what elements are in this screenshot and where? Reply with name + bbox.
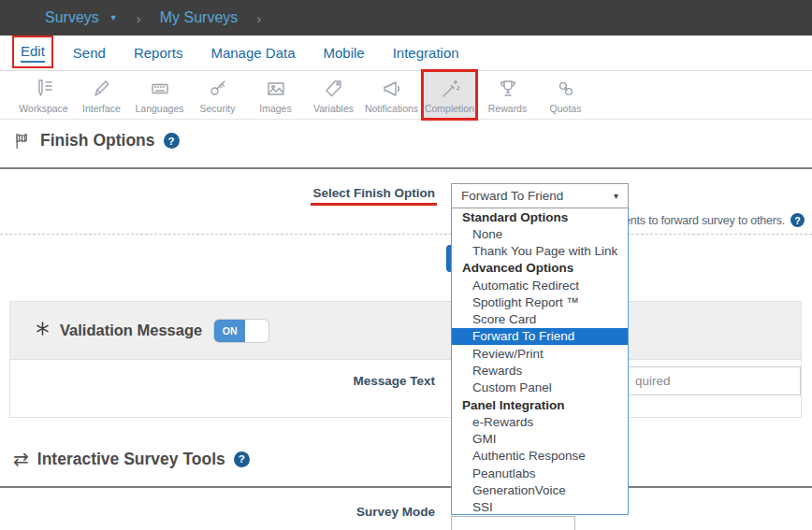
pencil-list-icon	[33, 77, 55, 101]
finish-option-description: ents to forward survey to others. ?	[624, 213, 805, 227]
dropdown-option-label: Score Card	[472, 312, 536, 326]
edit-toolbar: Workspace Interface Languages Security I…	[0, 71, 812, 120]
top-navigation-bar: Surveys ▼ › My Surveys ›	[0, 0, 812, 36]
interactive-tools-heading: ⇄ Interactive Survey Tools ?	[13, 448, 250, 470]
select-caret-icon: ▾	[614, 191, 618, 201]
swap-arrows-icon: ⇄	[13, 448, 29, 470]
pen-icon	[91, 77, 113, 101]
finish-option-dropdown-list: Standard Options None Thank You Page wit…	[451, 208, 629, 515]
dropdown-option-label: GenerationVoice	[472, 483, 566, 497]
dropdown-option[interactable]: Authentic Response	[452, 448, 628, 465]
help-icon[interactable]: ?	[790, 213, 805, 227]
dropdown-option[interactable]: Thank You Page with Link	[452, 243, 628, 260]
menu-tab-manage-data[interactable]: Manage Data	[210, 45, 295, 61]
survey-mode-label: Survey Mode	[309, 505, 435, 519]
menu-tab-edit[interactable]: Edit	[21, 43, 45, 63]
finish-flag-icon	[13, 132, 32, 150]
dropdown-option-label: Automatic Redirect	[472, 279, 579, 293]
toolbar-item-images[interactable]: Images	[249, 71, 302, 119]
dropdown-option-label: SSI	[472, 500, 493, 514]
dashed-divider	[0, 234, 812, 235]
asterisk-icon	[35, 321, 51, 340]
dropdown-option[interactable]: Panel Integration	[452, 396, 628, 413]
toolbar-item-notifications[interactable]: Notifications	[365, 71, 418, 119]
dropdown-option[interactable]: GenerationVoice	[452, 481, 628, 498]
survey-mode-select[interactable]	[451, 516, 575, 530]
magic-wand-icon	[439, 77, 461, 101]
dropdown-option[interactable]: Score Card	[452, 311, 628, 328]
dropdown-option[interactable]: GMI	[452, 430, 628, 447]
main-menu-bar: Edit Send Reports Manage Data Mobile Int…	[0, 36, 812, 71]
section-divider	[0, 486, 812, 488]
dropdown-option[interactable]: Rewards	[452, 362, 628, 379]
toolbar-item-quotas[interactable]: Quotas	[539, 71, 592, 119]
toolbar-item-languages[interactable]: Languages	[133, 71, 186, 119]
dropdown-option-label: Review/Print	[472, 347, 544, 361]
trophy-icon	[497, 77, 519, 101]
dropdown-option-label: Forward To Friend	[472, 329, 574, 343]
dropdown-option-label: Spotlight Report ™	[472, 295, 579, 309]
section-divider	[0, 167, 812, 169]
description-text: ents to forward survey to others.	[624, 214, 785, 227]
breadcrumb-separator-icon: ›	[137, 10, 141, 26]
dropdown-option-label: Standard Options	[462, 210, 568, 224]
breadcrumb-surveys[interactable]: Surveys	[45, 9, 99, 26]
megaphone-icon	[381, 77, 403, 101]
key-icon	[207, 77, 229, 101]
dropdown-option-label: Peanutlabs	[472, 466, 536, 480]
dropdown-option[interactable]: None	[452, 225, 628, 242]
section-title: Finish Options	[40, 131, 155, 150]
dropdown-option[interactable]: e-Rewards	[452, 413, 628, 430]
toolbar-item-security[interactable]: Security	[191, 71, 244, 119]
toolbar-item-completion[interactable]: Completion	[423, 71, 476, 119]
validation-message-header: Validation Message ON	[10, 302, 801, 360]
dropdown-option-label: Rewards	[472, 364, 522, 378]
message-text-label: Message Text	[309, 374, 435, 388]
dropdown-option[interactable]: SSI	[452, 499, 628, 515]
image-icon	[265, 77, 287, 101]
dropdown-option-label: Advanced Options	[462, 261, 573, 275]
breadcrumb-separator-icon: ›	[256, 10, 261, 26]
toolbar-item-interface[interactable]: Interface	[75, 71, 128, 119]
help-icon[interactable]: ?	[164, 133, 180, 149]
validation-toggle[interactable]: ON	[213, 319, 269, 343]
finish-option-selected-value: Forward To Friend	[461, 189, 563, 203]
tag-icon	[323, 77, 345, 101]
menu-tab-reports[interactable]: Reports	[134, 45, 183, 61]
dropdown-option[interactable]: Review/Print	[452, 345, 628, 362]
menu-tab-send[interactable]: Send	[73, 45, 106, 61]
toolbar-item-workspace[interactable]: Workspace	[17, 71, 70, 119]
toggle-on-label: ON	[214, 320, 245, 342]
dropdown-option-label: Custom Panel	[472, 380, 552, 394]
dropdown-option-label: e-Rewards	[472, 415, 533, 429]
validation-message-panel: Validation Message ON	[9, 301, 802, 418]
dropdown-option-label: Panel Integration	[462, 398, 565, 412]
menu-tab-label: Edit	[21, 43, 45, 63]
help-icon[interactable]: ?	[234, 451, 250, 467]
dropdown-option[interactable]: Advanced Options	[452, 260, 628, 277]
chain-links-icon	[555, 77, 577, 101]
dropdown-option[interactable]: Automatic Redirect	[452, 277, 628, 294]
keyboard-icon	[149, 77, 171, 101]
dropdown-option-label: GMI	[472, 432, 497, 446]
dropdown-option-label: Thank You Page with Link	[472, 244, 617, 258]
section-title: Interactive Survey Tools	[37, 450, 225, 469]
chevron-down-icon[interactable]: ▼	[109, 13, 118, 22]
toolbar-item-variables[interactable]: Variables	[307, 71, 360, 119]
dropdown-option[interactable]: Custom Panel	[452, 380, 628, 396]
breadcrumb-my-surveys[interactable]: My Surveys	[160, 9, 239, 26]
select-finish-option-label: Select Finish Option	[309, 186, 435, 200]
toolbar-item-rewards[interactable]: Rewards	[481, 71, 534, 119]
dropdown-option[interactable]: Spotlight Report ™	[452, 294, 628, 310]
dropdown-option[interactable]: Standard Options	[452, 208, 628, 225]
finish-options-heading: Finish Options ?	[13, 131, 180, 150]
menu-tab-integration[interactable]: Integration	[393, 45, 459, 61]
dropdown-option-label: None	[472, 227, 502, 241]
dropdown-option[interactable]: Peanutlabs	[452, 465, 628, 481]
dropdown-option-label: Authentic Response	[472, 449, 586, 463]
finish-option-select[interactable]: Forward To Friend ▾	[451, 183, 629, 208]
dropdown-option[interactable]: Forward To Friend	[452, 328, 628, 345]
menu-tab-mobile[interactable]: Mobile	[324, 45, 365, 61]
panel-title: Validation Message	[60, 322, 202, 339]
